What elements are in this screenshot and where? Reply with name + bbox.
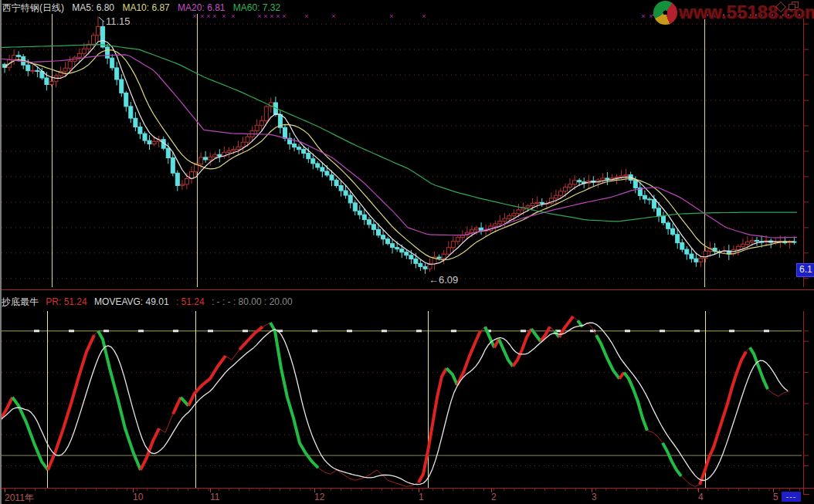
indicator-avg-value: MOVEAVG: 49.01 [94, 296, 169, 307]
time-axis [0, 488, 814, 504]
price-axis-badge: 6.1 [796, 263, 814, 277]
ma10-value: MA10: 6.87 [122, 2, 169, 13]
svg-text:×: × [206, 14, 210, 20]
pr-segment [457, 331, 480, 385]
svg-text:×: × [212, 14, 216, 20]
svg-text:×: × [276, 14, 280, 20]
x-axis-label: 3 [592, 492, 597, 502]
right-price-axis [803, 14, 809, 287]
svg-text:×: × [389, 14, 393, 20]
pr-segment [700, 352, 746, 485]
pr-segment [173, 397, 181, 414]
ma60-value: MA60: 7.32 [233, 2, 280, 13]
pr-segment [181, 397, 188, 406]
pr-segment [419, 368, 446, 482]
svg-text:×: × [282, 14, 286, 20]
axis-ticks [5, 488, 809, 495]
restore-window-icon[interactable] [789, 2, 799, 10]
svg-text:×: × [331, 14, 335, 20]
pr-segment [446, 368, 457, 385]
indicator-name: 抄底最牛 [2, 296, 39, 307]
pr-colored-segments [0, 316, 768, 485]
pr-segment [499, 340, 513, 367]
svg-text:×: × [192, 14, 196, 20]
pr-segment [48, 335, 94, 470]
x-axis-label: 11 [210, 492, 219, 502]
x-axis-label: 12 [314, 492, 324, 502]
event-marks: ××××××××××××××××××× [192, 14, 716, 20]
indicator-chart[interactable] [0, 311, 814, 488]
svg-text:×: × [231, 14, 235, 20]
svg-text:×: × [222, 14, 226, 20]
price-annotations: 11.15←6.09 [99, 15, 458, 286]
svg-text:×: × [304, 14, 308, 20]
pr-segment [188, 356, 226, 405]
indicator-right-axis [803, 311, 809, 488]
main-candlestick-chart[interactable]: 11.15←6.09××××××××××××××××××× [0, 14, 814, 287]
indicator-pr-value: PR: 51.24 [46, 296, 86, 307]
pr-segment [513, 329, 531, 366]
ma5-value: MA5: 6.80 [72, 2, 114, 13]
stock-title: 西宁特钢(日线) [2, 2, 64, 13]
svg-text:×: × [270, 14, 273, 20]
window-left-border [0, 0, 2, 504]
pr-segment [0, 397, 12, 421]
x-axis-label: 1 [419, 492, 424, 502]
reference-lines [0, 330, 802, 455]
pr-segment [663, 443, 681, 476]
site-logo-icon [653, 1, 677, 25]
x-axis-label: 5 [773, 492, 778, 502]
x-axis-label: 2 [491, 492, 497, 502]
restore-front-pane [789, 4, 795, 10]
pr-segment [98, 331, 141, 470]
indicator-header: 抄底最牛 PR: 51.24 MOVEAVG: 49.01 : 51.24 : … [2, 296, 297, 309]
x-axis-label: 10 [133, 492, 143, 502]
svg-text:×: × [641, 14, 645, 20]
stock-chart-window: 西宁特钢(日线) MA5: 6.80 MA10: 6.87 MA20: 6.81… [0, 0, 814, 504]
svg-text:11.15: 11.15 [106, 15, 131, 27]
svg-text:×: × [649, 14, 653, 20]
pr-segment [270, 323, 318, 468]
svg-text:×: × [200, 14, 204, 20]
signal-vertical-lines [53, 14, 705, 287]
svg-text:×: × [263, 14, 267, 20]
x-axis-label: 2011年 [5, 492, 34, 504]
ma-line-ma5 [5, 40, 794, 264]
scroll-indicator[interactable]: --- [782, 492, 801, 502]
ma-line-ma60 [0, 45, 797, 222]
indicator-gridlines [2, 341, 802, 465]
price-gridlines [2, 24, 802, 279]
svg-text:←6.09: ←6.09 [429, 274, 458, 286]
indicator-val: : 51.24 [176, 296, 205, 307]
x-axis-label: 4 [698, 492, 704, 502]
panel-divider [0, 289, 814, 290]
ma20-value: MA20: 6.81 [178, 2, 225, 13]
indicator-params: : - : - : 80.00 : 20.00 [212, 296, 293, 307]
pr-segment [624, 373, 647, 431]
chart-header: 西宁特钢(日线) MA5: 6.80 MA10: 6.87 MA20: 6.81… [2, 2, 286, 15]
svg-text:×: × [422, 14, 426, 20]
svg-text:×: × [257, 14, 261, 20]
